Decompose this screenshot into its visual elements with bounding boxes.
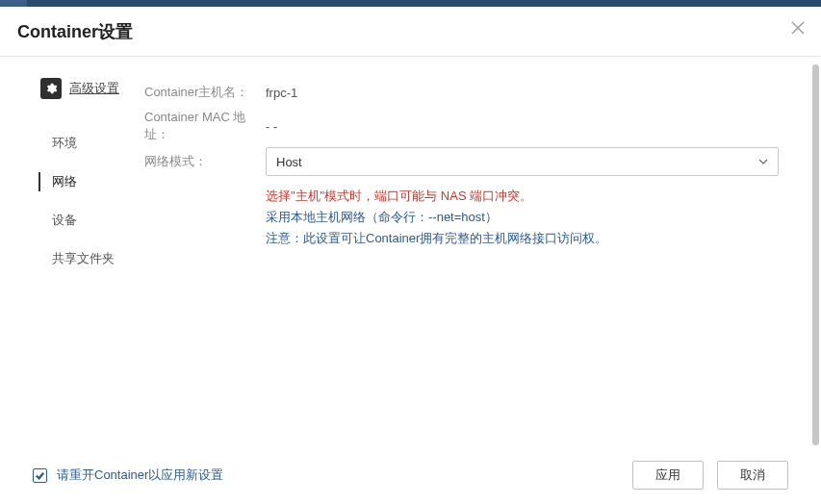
value-hostname: frpc-1 (266, 86, 297, 100)
nav-item-network[interactable]: 网络 (38, 163, 144, 201)
nav-label: 共享文件夹 (52, 250, 115, 267)
nav-label: 网络 (52, 173, 77, 190)
nav-item-device[interactable]: 设备 (38, 201, 144, 239)
row-netmode: 网络模式： Host (144, 147, 779, 176)
gear-icon (40, 78, 62, 99)
netmode-notes: 选择"主机"模式时，端口可能与 NAS 端口冲突。 采用本地主机网络（命令行：-… (266, 186, 779, 249)
nav-label: 环境 (52, 135, 77, 152)
netmode-select[interactable]: Host (266, 147, 779, 176)
nav-label: 设备 (52, 212, 77, 229)
close-icon (791, 21, 805, 35)
row-mac: Container MAC 地址： - - (144, 109, 779, 143)
scrollbar-thumb[interactable] (812, 64, 819, 445)
label-netmode: 网络模式： (144, 153, 266, 170)
footer-buttons: 应用 取消 (632, 461, 788, 490)
close-button[interactable] (788, 18, 808, 38)
dialog-title: Container设置 (17, 20, 133, 43)
row-hostname: Container主机名： frpc-1 (144, 78, 779, 107)
container-settings-dialog: Container设置 高级设置 环境 网络 设备 共享文件夹 Containe… (0, 7, 821, 504)
note-warning: 选择"主机"模式时，端口可能与 NAS 端口冲突。 (266, 186, 779, 207)
advanced-settings-toggle[interactable]: 高级设置 (40, 78, 144, 99)
topbar-accent (0, 0, 27, 7)
app-topbar (0, 0, 821, 7)
note-info-line1: 采用本地主机网络（命令行：--net=host） (266, 207, 779, 228)
dialog-header: Container设置 (0, 7, 821, 57)
cancel-button[interactable]: 取消 (717, 461, 788, 490)
apply-button[interactable]: 应用 (632, 461, 704, 490)
note-info-line2: 注意：此设置可让Container拥有完整的主机网络接口访问权。 (266, 228, 779, 249)
settings-nav: 环境 网络 设备 共享文件夹 (38, 124, 144, 278)
restart-checkbox-label: 请重开Container以应用新设置 (57, 466, 223, 484)
netmode-selected-value: Host (276, 155, 302, 169)
advanced-settings-link[interactable]: 高级设置 (69, 80, 119, 97)
chevron-down-icon (758, 157, 768, 166)
nav-item-environment[interactable]: 环境 (38, 124, 144, 163)
left-column: 高级设置 环境 网络 设备 共享文件夹 (0, 57, 144, 446)
checkmark-icon (35, 470, 45, 481)
dialog-body: 高级设置 环境 网络 设备 共享文件夹 Container主机名： frpc-1… (0, 57, 821, 446)
scrollbar-track[interactable] (812, 64, 819, 446)
restart-checkbox-wrap[interactable]: 请重开Container以应用新设置 (33, 466, 223, 484)
dialog-footer: 请重开Container以应用新设置 应用 取消 (0, 446, 821, 504)
label-hostname: Container主机名： (144, 84, 266, 101)
nav-item-shared-folder[interactable]: 共享文件夹 (38, 239, 144, 278)
form-area: Container主机名： frpc-1 Container MAC 地址： -… (144, 57, 821, 446)
restart-checkbox[interactable] (33, 468, 47, 483)
value-mac: - - (266, 119, 277, 134)
label-mac: Container MAC 地址： (144, 109, 266, 143)
